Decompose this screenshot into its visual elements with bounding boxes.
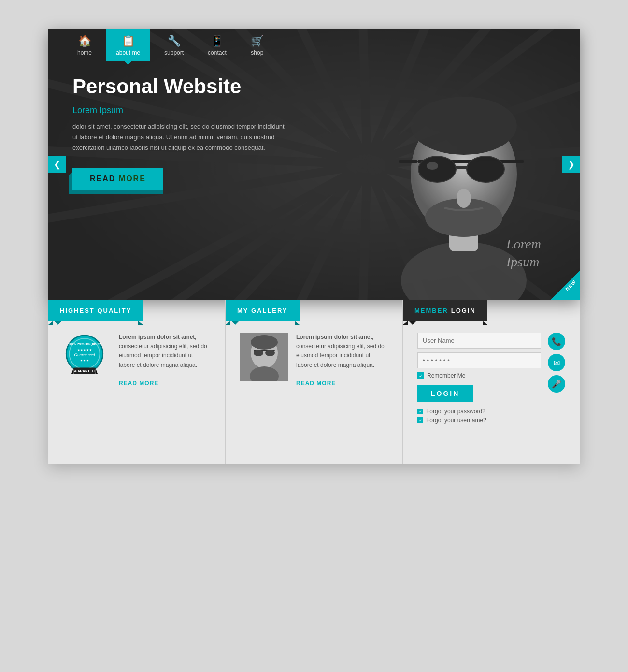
forgot-password-check[interactable]: ✓ bbox=[417, 409, 423, 414]
tab-fold-left bbox=[48, 321, 53, 325]
svg-point-37 bbox=[427, 162, 438, 170]
nav-shop-label: shop bbox=[251, 49, 263, 56]
svg-point-53 bbox=[265, 350, 275, 356]
chevron-left-icon: ❮ bbox=[54, 159, 61, 170]
forgot-username-check[interactable]: ✓ bbox=[417, 417, 423, 423]
gallery-tab-fold-right bbox=[295, 321, 300, 325]
gallery-tab: MY GALLERY bbox=[226, 300, 300, 321]
nav-home-label: home bbox=[77, 49, 92, 56]
login-tab-login: LOGIN bbox=[451, 307, 476, 314]
signature-line1: Lorem bbox=[506, 235, 541, 253]
remember-label: Remember Me bbox=[427, 372, 465, 379]
svg-point-32 bbox=[467, 157, 504, 182]
login-section: MEMBER LOGIN ✓ Remember Me LOGIN ✓ bbox=[403, 300, 580, 464]
forgot-username-link[interactable]: Forgot your username? bbox=[426, 417, 486, 424]
hero-title: Personal Website bbox=[72, 75, 285, 98]
wrench-icon: 🔧 bbox=[168, 36, 181, 46]
nav-support[interactable]: 🔧 support bbox=[155, 29, 193, 61]
svg-point-30 bbox=[419, 157, 456, 182]
login-form: ✓ Remember Me LOGIN ✓ Forgot your passwo… bbox=[417, 333, 541, 425]
login-button[interactable]: LOGIN bbox=[417, 385, 473, 402]
quality-text-block: Lorem ipsum dolor sit amet, consectetur … bbox=[119, 333, 211, 387]
phone-icon: 📱 bbox=[211, 36, 224, 46]
phone-icon: 📞 bbox=[552, 337, 561, 346]
svg-point-50 bbox=[251, 335, 278, 350]
mic-icon: 🎤 bbox=[552, 380, 561, 389]
email-icon: ✉ bbox=[554, 358, 560, 367]
carousel-right-arrow[interactable]: ❯ bbox=[562, 156, 580, 173]
home-icon: 🏠 bbox=[78, 36, 91, 46]
bottom-section: HIGHEST QUALITY 100% Premium Quality ★★★… bbox=[48, 300, 580, 464]
hero-subtitle: Lorem Ipsum bbox=[72, 105, 285, 116]
quality-badge: 100% Premium Quality ★★★★★ Guaranteed ✦ … bbox=[63, 333, 111, 383]
login-tab: MEMBER LOGIN bbox=[403, 300, 487, 321]
quality-tab: HIGHEST QUALITY bbox=[48, 300, 143, 321]
forgot-password-link[interactable]: Forgot your password? bbox=[426, 408, 485, 415]
document-icon: 📋 bbox=[122, 36, 135, 46]
gallery-header: MY GALLERY bbox=[226, 300, 402, 321]
login-tab-fold-left bbox=[403, 321, 408, 325]
svg-text:★★★★★: ★★★★★ bbox=[77, 348, 92, 352]
quality-header: HIGHEST QUALITY bbox=[48, 300, 225, 321]
gallery-section: MY GALLERY bbox=[226, 300, 403, 464]
gallery-read-more[interactable]: READ MORE bbox=[296, 380, 336, 387]
quality-content: 100% Premium Quality ★★★★★ Guaranteed ✦ … bbox=[63, 333, 211, 387]
gallery-text-block: Lorem ipsum dolor sit amet, consectetur … bbox=[296, 333, 388, 387]
svg-point-36 bbox=[457, 189, 471, 208]
quality-read-more[interactable]: READ MORE bbox=[119, 380, 158, 387]
signature-line2: Ipsum bbox=[506, 253, 541, 271]
svg-text:100% Premium Quality: 100% Premium Quality bbox=[68, 342, 101, 346]
gallery-body-strong: Lorem ipsum dolor sit amet, bbox=[296, 334, 374, 340]
login-tab-fold-right bbox=[483, 321, 487, 325]
quality-body-strong: Lorem ipsum dolor sit amet, bbox=[119, 334, 197, 340]
gallery-body-rest: consectetur adipisicing elit, sed do eiu… bbox=[296, 343, 385, 368]
read-label: READ bbox=[90, 175, 115, 183]
hero-section: ❮ 🏠 home 📋 about me 🔧 support 📱 contact … bbox=[48, 29, 580, 300]
mic-social-button[interactable]: 🎤 bbox=[548, 375, 565, 393]
login-header: MEMBER LOGIN bbox=[403, 300, 580, 321]
remember-checkbox[interactable]: ✓ bbox=[417, 372, 424, 379]
gallery-thumbnail[interactable] bbox=[240, 333, 288, 381]
nav-home[interactable]: 🏠 home bbox=[68, 29, 101, 61]
forgot-username-row: ✓ Forgot your username? bbox=[417, 417, 541, 424]
svg-rect-33 bbox=[456, 166, 468, 169]
nav-contact[interactable]: 📱 contact bbox=[198, 29, 236, 61]
email-social-button[interactable]: ✉ bbox=[548, 354, 565, 371]
chevron-right-icon: ❯ bbox=[568, 159, 575, 170]
nav-about[interactable]: 📋 about me bbox=[106, 29, 150, 61]
gallery-tab-label: MY GALLERY bbox=[237, 307, 288, 314]
svg-text:Guaranteed: Guaranteed bbox=[74, 352, 95, 357]
password-input[interactable] bbox=[417, 352, 541, 368]
carousel-left-arrow[interactable]: ❮ bbox=[48, 156, 66, 173]
svg-rect-35 bbox=[505, 160, 524, 163]
nav-contact-label: contact bbox=[208, 49, 227, 56]
username-input[interactable] bbox=[417, 333, 541, 349]
svg-point-26 bbox=[411, 97, 517, 155]
nav-about-label: about me bbox=[116, 49, 140, 56]
quality-tab-label: HIGHEST QUALITY bbox=[60, 307, 131, 314]
phone-social-button[interactable]: 📞 bbox=[548, 333, 565, 350]
cart-icon: 🛒 bbox=[251, 36, 264, 46]
login-tab-member: MEMBER bbox=[414, 307, 448, 314]
read-more-button[interactable]: READ MORE bbox=[72, 168, 163, 190]
gallery-body: Lorem ipsum dolor sit amet, consectetur … bbox=[296, 333, 388, 370]
svg-rect-34 bbox=[399, 160, 418, 163]
hero-body-text: dolor sit amet, consectetur adipisicing … bbox=[72, 121, 285, 153]
hero-content: Personal Website Lorem Ipsum dolor sit a… bbox=[48, 61, 309, 214]
login-content: ✓ Remember Me LOGIN ✓ Forgot your passwo… bbox=[417, 333, 565, 425]
gallery-tab-fold-left bbox=[226, 321, 230, 325]
forgot-password-row: ✓ Forgot your password? bbox=[417, 408, 541, 415]
tab-fold-right bbox=[138, 321, 143, 325]
quality-section: HIGHEST QUALITY 100% Premium Quality ★★★… bbox=[48, 300, 226, 464]
hero-signature: Lorem Ipsum bbox=[506, 235, 541, 271]
quality-body: Lorem ipsum dolor sit amet, consectetur … bbox=[119, 333, 211, 370]
svg-text:GUARANTEED: GUARANTEED bbox=[72, 369, 97, 373]
navigation: 🏠 home 📋 about me 🔧 support 📱 contact 🛒 … bbox=[48, 29, 580, 61]
page-wrapper: ❮ 🏠 home 📋 about me 🔧 support 📱 contact … bbox=[48, 29, 580, 464]
svg-text:✦ ✦ ✦: ✦ ✦ ✦ bbox=[80, 359, 89, 362]
nav-shop[interactable]: 🛒 shop bbox=[241, 29, 273, 61]
gallery-content: Lorem ipsum dolor sit amet, consectetur … bbox=[240, 333, 388, 387]
svg-point-52 bbox=[254, 350, 263, 356]
more-label: MORE bbox=[119, 175, 146, 183]
login-social-icons: 📞 ✉ 🎤 bbox=[548, 333, 565, 425]
